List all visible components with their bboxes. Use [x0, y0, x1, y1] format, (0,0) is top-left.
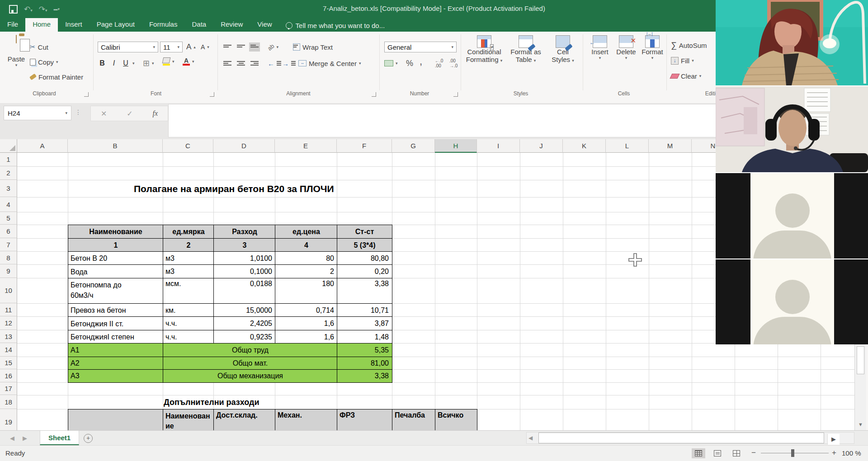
row-header-17[interactable]: 17 [0, 382, 17, 395]
number-dialog-launcher-icon[interactable] [453, 92, 458, 97]
cell-name[interactable]: Превоз на бетон [68, 303, 163, 317]
cell-unit[interactable]: м3 [163, 251, 214, 265]
cell-name[interactable]: Вода [68, 264, 163, 278]
row-header-10[interactable]: 10 [0, 278, 17, 303]
cell-total-label[interactable]: Общо труд [163, 343, 337, 357]
row-header-18[interactable]: 18 [0, 395, 17, 409]
cell-total[interactable]: 1,48 [337, 330, 392, 343]
tab-page-layout[interactable]: Page Layout [90, 18, 142, 32]
borders-icon[interactable]: ⊞▾ [143, 58, 154, 69]
column-header-j[interactable]: J [520, 139, 563, 153]
insert-function-icon[interactable]: fx [153, 109, 158, 118]
cell-unit[interactable]: мсм. [163, 278, 214, 304]
video-tile-participant-3[interactable] [716, 172, 868, 259]
tell-me-label[interactable]: Tell me what you want to do... [296, 22, 385, 29]
row-header-11[interactable]: 11 [0, 303, 17, 316]
increase-font-icon[interactable]: A▴ [186, 42, 196, 52]
cell-total-label[interactable]: Общо мат. [163, 357, 337, 370]
cell-total-value[interactable]: 3,38 [337, 369, 392, 383]
format-as-table-button[interactable]: Format as Table ▾ [506, 35, 545, 63]
row-header-6[interactable]: 6 [0, 225, 17, 238]
table-numbering-cell[interactable]: 3 [213, 238, 275, 252]
table-numbering-cell[interactable]: 4 [275, 238, 337, 252]
middle-align-icon[interactable] [237, 42, 245, 52]
video-tile-participant-2[interactable] [716, 85, 868, 172]
increase-indent-icon[interactable]: → [282, 58, 296, 69]
bottom-align-icon[interactable] [250, 42, 259, 52]
section2-header-cell[interactable]: Дост.склад. [213, 409, 275, 430]
row-header-3[interactable]: 3 [0, 180, 17, 197]
cell-price[interactable]: 2 [275, 264, 337, 278]
row-header-8[interactable]: 8 [0, 251, 17, 264]
table-header-cell[interactable]: Наименование [68, 225, 163, 239]
section2-title[interactable]: Допълнителни разходи [163, 395, 353, 409]
row-header-13[interactable]: 13 [0, 330, 17, 343]
increase-decimal-icon[interactable]: ←.0.00 [435, 58, 443, 69]
scroll-left-icon[interactable]: ◀ [528, 435, 533, 441]
table-header-cell[interactable]: Разход [213, 225, 275, 239]
scroll-down-icon[interactable]: ▼ [856, 420, 865, 429]
row-header-1[interactable]: 1 [0, 153, 17, 166]
zoom-slider[interactable] [761, 453, 829, 453]
font-name-select[interactable]: Calibri▾ [98, 42, 158, 52]
tab-home[interactable]: Home [25, 18, 58, 32]
delete-cells-button[interactable]: ✕ Delete▾ [613, 35, 639, 60]
fill-button[interactable]: ↓ Fill▾ [671, 55, 694, 66]
normal-view-button[interactable] [692, 448, 705, 458]
page-layout-view-button[interactable] [711, 448, 724, 458]
cell-name[interactable]: Бетонпомпа до 60м3/ч [68, 278, 163, 304]
column-header-k[interactable]: K [563, 139, 606, 153]
cell-price[interactable]: 180 [275, 278, 337, 304]
cell-price[interactable]: 0,714 [275, 303, 337, 317]
new-sheet-icon[interactable]: + [84, 434, 93, 443]
cell-total[interactable]: 0,20 [337, 264, 392, 278]
cancel-formula-icon[interactable]: ✕ [101, 109, 107, 118]
cell-total-code[interactable]: А1 [68, 343, 163, 357]
cell-unit[interactable]: ч.ч. [163, 316, 214, 330]
format-cells-button[interactable]: |↔| Format▾ [640, 35, 665, 60]
cell-qty[interactable]: 1,0100 [213, 251, 275, 265]
font-color-button[interactable]: A ▾ [183, 56, 194, 67]
font-size-select[interactable]: 11▾ [160, 42, 183, 52]
zoom-level[interactable]: 100 % [842, 449, 861, 457]
decrease-decimal-icon[interactable]: .00→.0 [449, 58, 458, 69]
cell-total[interactable]: 3,87 [337, 316, 392, 330]
column-header-g[interactable]: G [392, 139, 435, 153]
column-header-d[interactable]: D [213, 139, 275, 153]
alignment-dialog-launcher-icon[interactable] [372, 92, 376, 97]
format-painter-button[interactable]: Format Painter [30, 71, 83, 82]
cell-total-label[interactable]: Общо механизация [163, 369, 337, 383]
horizontal-scroll-thumb[interactable] [538, 433, 824, 443]
column-header-i[interactable]: I [477, 139, 520, 153]
zoom-in-icon[interactable]: + [832, 448, 836, 457]
column-header-l[interactable]: L [606, 139, 649, 153]
tab-formulas[interactable]: Formulas [142, 18, 185, 32]
percent-style-icon[interactable]: % [406, 58, 413, 69]
tab-insert[interactable]: Insert [58, 18, 90, 32]
section2-header-cell[interactable]: ФРЗ [337, 409, 392, 430]
name-box[interactable]: H24▾ [4, 106, 71, 120]
cell-name[interactable]: Бетонджия II ст. [68, 316, 163, 330]
row-header-2[interactable]: 2 [0, 166, 17, 180]
sheet-title[interactable]: Полагане на армиран бетон В20 за ПЛОЧИ [134, 180, 415, 198]
bold-button[interactable]: B [98, 58, 107, 69]
sheet-tab-sheet1[interactable]: Sheet1 [40, 431, 79, 445]
row-header-7[interactable]: 7 [0, 238, 17, 251]
prev-sheet-icon[interactable]: ◀ [10, 435, 14, 442]
tab-view[interactable]: View [250, 18, 279, 32]
cell-total-code[interactable]: А3 [68, 369, 163, 383]
cell-total-code[interactable]: А2 [68, 357, 163, 370]
cell-total-value[interactable]: 81,00 [337, 357, 392, 370]
table-header-cell[interactable]: ед.мярка [163, 225, 214, 239]
decrease-indent-icon[interactable]: ← [268, 58, 281, 69]
row-header-9[interactable]: 9 [0, 264, 17, 278]
zoom-out-icon[interactable]: − [751, 448, 756, 457]
cell-price[interactable]: 1,6 [275, 330, 337, 343]
column-header-a[interactable]: A [17, 139, 68, 153]
conditional-formatting-button[interactable]: ≠ Conditional Formatting ▾ [464, 35, 505, 63]
font-dialog-launcher-icon[interactable] [210, 92, 214, 97]
cell-unit[interactable]: км. [163, 303, 214, 317]
formula-input[interactable] [168, 104, 717, 137]
column-header-m[interactable]: M [649, 139, 692, 153]
formula-bar-handle[interactable]: ⋮ [75, 108, 82, 116]
